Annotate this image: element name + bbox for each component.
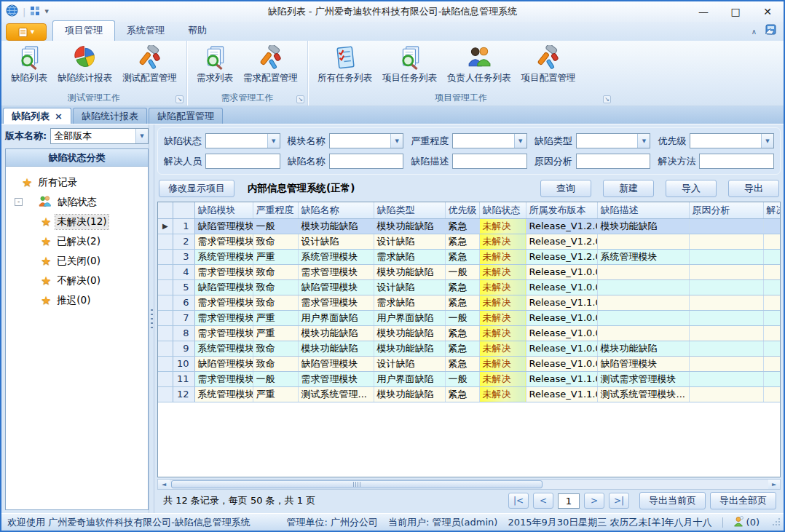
cell-name[interactable]: 系统管理模块: [298, 249, 374, 264]
dialog-launcher-icon[interactable]: ↘: [175, 95, 184, 103]
cell-module[interactable]: 缺陷管理模块: [194, 218, 253, 234]
cell-priority[interactable]: 一般: [445, 371, 479, 386]
cell-version[interactable]: Release_V1.2.0: [526, 249, 597, 264]
cell-version[interactable]: Release_V1.1.0: [526, 371, 597, 386]
cell-module[interactable]: 缺陷管理模块: [194, 279, 253, 295]
cell-version[interactable]: Release_V1.0.0: [526, 341, 597, 356]
column-header[interactable]: 缺陷模块: [194, 202, 253, 218]
cell-status[interactable]: 未解决: [479, 310, 526, 325]
cell-version[interactable]: Release_V1.2.0: [526, 218, 597, 234]
table-row[interactable]: 12 系统管理模块 严重 测试系统管理... 模块功能缺陷 紧急 未解决 Rel…: [158, 386, 781, 402]
doc-tab-defect-config[interactable]: 缺陷配置管理: [149, 108, 223, 124]
priority-filter[interactable]: ▼: [690, 133, 774, 148]
chevron-down-icon[interactable]: ▼: [514, 134, 526, 148]
cell-type[interactable]: 设计缺陷: [374, 356, 445, 371]
cell-desc[interactable]: 测试系统管理模块...: [597, 386, 689, 402]
cell-type[interactable]: 模块功能缺陷: [374, 325, 445, 341]
ribbon-tab-system[interactable]: 系统管理: [115, 21, 176, 41]
column-header[interactable]: 缺陷状态: [479, 202, 526, 218]
cell-name[interactable]: 缺陷管理模块: [298, 279, 374, 295]
cell-cause[interactable]: [689, 218, 763, 234]
cell-priority[interactable]: 紧急: [445, 356, 479, 371]
defect-type-filter[interactable]: ▼: [576, 133, 651, 148]
tree-item-resolved[interactable]: ★ 已解决(2): [10, 231, 145, 251]
prev-page-button[interactable]: <: [533, 493, 553, 509]
cell-severity[interactable]: 严重: [253, 386, 298, 402]
cell-method[interactable]: [763, 264, 781, 279]
cell-cause[interactable]: [689, 295, 763, 310]
cell-module[interactable]: 需求管理模块: [194, 310, 253, 325]
cell-severity[interactable]: 一般: [253, 371, 298, 386]
cell-severity[interactable]: 一般: [253, 218, 298, 234]
scrollbar-thumb[interactable]: [171, 480, 543, 488]
table-row[interactable]: 6 需求管理模块 致命 需求管理模块 需求缺陷 紧急 未解决 Release_V…: [158, 295, 781, 310]
defect-list-button[interactable]: 缺陷列表: [6, 44, 52, 86]
cell-priority[interactable]: 紧急: [445, 249, 479, 264]
cell-cause[interactable]: [689, 386, 763, 402]
tree-item-closed[interactable]: ★ 已关闭(0): [10, 251, 145, 271]
cell-desc[interactable]: [597, 295, 689, 310]
cell-method[interactable]: [763, 249, 781, 264]
requirement-config-button[interactable]: 需求配置管理: [238, 44, 303, 86]
cell-desc[interactable]: 模块功能缺陷: [597, 341, 689, 356]
export-current-page-button[interactable]: 导出当前页: [639, 492, 706, 509]
cell-type[interactable]: 设计缺陷: [374, 279, 445, 295]
column-header[interactable]: 缺陷名称: [298, 202, 374, 218]
table-row[interactable]: 5 缺陷管理模块 致命 缺陷管理模块 设计缺陷 紧急 未解决 Release_V…: [158, 279, 781, 295]
cell-version[interactable]: Release_V1.0.0: [526, 325, 597, 341]
cell-severity[interactable]: 致命: [253, 341, 298, 356]
cell-severity[interactable]: 致命: [253, 295, 298, 310]
cell-name[interactable]: 用户界面缺陷: [298, 310, 374, 325]
chevron-down-icon[interactable]: ▼: [390, 134, 403, 148]
cell-desc[interactable]: 测试需求管理模块: [597, 371, 689, 386]
cell-method[interactable]: [763, 279, 781, 295]
cell-type[interactable]: 模块功能缺陷: [374, 386, 445, 402]
window-switch-icon[interactable]: [764, 24, 776, 39]
cell-cause[interactable]: [689, 356, 763, 371]
doc-tab-defect-list[interactable]: 缺陷列表 ×: [3, 108, 71, 124]
cell-desc[interactable]: [597, 325, 689, 341]
cell-severity[interactable]: 严重: [253, 325, 298, 341]
cell-cause[interactable]: [689, 234, 763, 249]
cell-cause[interactable]: [689, 264, 763, 279]
resolver-filter[interactable]: [205, 154, 280, 169]
column-header[interactable]: 优先级: [445, 202, 479, 218]
column-header[interactable]: 缺陷类型: [374, 202, 445, 218]
cell-priority[interactable]: 一般: [445, 310, 479, 325]
table-row[interactable]: 8 需求管理模块 严重 模块功能缺陷 模块功能缺陷 紧急 未解决 Release…: [158, 325, 781, 341]
cell-priority[interactable]: 紧急: [445, 295, 479, 310]
last-page-button[interactable]: >|: [609, 493, 629, 509]
cell-type[interactable]: 模块功能缺陷: [374, 218, 445, 234]
cell-module[interactable]: 系统管理模块: [194, 249, 253, 264]
column-header[interactable]: 原因分析: [689, 202, 763, 218]
tree-item-defect-status[interactable]: - 缺陷状态: [10, 192, 145, 212]
table-row[interactable]: 10 缺陷管理模块 致命 缺陷管理模块 设计缺陷 紧急 未解决 Release_…: [158, 356, 781, 371]
message-indicator[interactable]: (0): [733, 516, 760, 529]
cell-status[interactable]: 未解决: [479, 264, 526, 279]
cell-severity[interactable]: 致命: [253, 234, 298, 249]
resize-grip[interactable]: [771, 517, 781, 528]
splitter-handle[interactable]: [149, 124, 154, 513]
close-tab-icon[interactable]: ×: [55, 111, 63, 122]
cell-module[interactable]: 需求管理模块: [194, 264, 253, 279]
cell-desc[interactable]: [597, 234, 689, 249]
cell-name[interactable]: 模块功能缺陷: [298, 325, 374, 341]
cell-priority[interactable]: 一般: [445, 264, 479, 279]
cell-status[interactable]: 未解决: [479, 341, 526, 356]
next-page-button[interactable]: >: [584, 493, 604, 509]
quick-access-dropdown-icon[interactable]: ▼: [44, 9, 48, 15]
app-menu-button[interactable]: ▼: [6, 23, 47, 41]
cell-status[interactable]: 未解决: [479, 249, 526, 264]
cell-status[interactable]: 未解决: [479, 325, 526, 341]
cell-desc[interactable]: [597, 264, 689, 279]
project-tasks-button[interactable]: 项目任务列表: [377, 44, 442, 86]
chevron-down-icon[interactable]: ▼: [267, 134, 280, 148]
column-header[interactable]: 所属发布版本: [526, 202, 597, 218]
version-select[interactable]: 全部版本 ▼: [50, 128, 149, 144]
table-row[interactable]: 4 需求管理模块 致命 需求管理模块 模块功能缺陷 一般 未解决 Release…: [158, 264, 781, 279]
cell-desc[interactable]: 缺陷管理模块: [597, 356, 689, 371]
cell-priority[interactable]: 紧急: [445, 341, 479, 356]
all-tasks-button[interactable]: 所有任务列表: [312, 44, 377, 86]
maximize-button[interactable]: □: [719, 2, 752, 21]
cell-type[interactable]: 模块功能缺陷: [374, 341, 445, 356]
